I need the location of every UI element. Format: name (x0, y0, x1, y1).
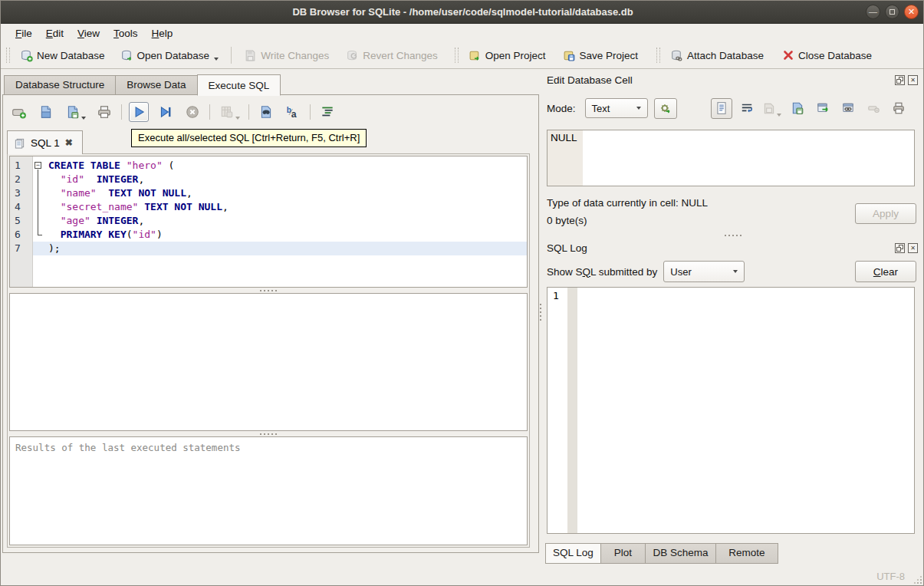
pane-splitter[interactable] (9, 431, 528, 436)
export-results-dropdown-icon[interactable] (235, 117, 240, 120)
open-sql-file-button[interactable] (36, 102, 56, 122)
cell-value-editor[interactable]: NULL (547, 130, 915, 186)
new-database-icon (20, 49, 33, 62)
dock-tab-sql-log[interactable]: SQL Log (545, 543, 600, 564)
results-placeholder: Results of the last executed statements (15, 442, 241, 453)
menu-file[interactable]: File (8, 26, 39, 41)
mode-label: Mode: (547, 103, 576, 114)
fold-collapse-icon[interactable]: − (35, 162, 41, 169)
save-sql-dropdown-icon[interactable] (81, 117, 86, 120)
sql-file-icon (14, 137, 25, 149)
dock-splitter[interactable] (545, 235, 921, 236)
write-changes-button[interactable]: Write Changes (239, 46, 334, 65)
apply-button[interactable]: Apply (855, 203, 916, 224)
float-dock-icon[interactable] (895, 75, 905, 85)
code-line[interactable]: ); (33, 242, 527, 255)
sql-editor-tab[interactable]: SQL 1 ✖ (7, 130, 83, 154)
sql-log-view[interactable]: 1 (547, 287, 915, 534)
print-sql-button[interactable] (94, 102, 114, 122)
app-window: DB Browser for SQLite - /home/user/code/… (0, 0, 924, 586)
set-null-button[interactable] (863, 98, 884, 119)
find-button[interactable] (256, 102, 276, 122)
auto-switch-mode-button[interactable] (654, 98, 677, 119)
minimize-button[interactable]: — (866, 5, 880, 19)
toolbar-grip[interactable] (656, 48, 660, 63)
attach-database-button[interactable]: Attach Database (666, 46, 768, 65)
word-wrap-button[interactable] (736, 98, 758, 119)
menu-help[interactable]: Help (145, 26, 180, 41)
close-tab-icon[interactable]: ✖ (65, 137, 73, 148)
encoding-indicator[interactable]: UTF-8 (876, 571, 905, 582)
close-dock-icon[interactable]: ✕ (908, 75, 918, 85)
results-grid-pane[interactable] (9, 293, 528, 431)
toolbar-grip[interactable] (6, 48, 10, 63)
code-line[interactable]: "id" INTEGER, (33, 173, 527, 186)
export-results-button[interactable] (217, 102, 242, 122)
code-line[interactable]: "name" TEXT NOT NULL, (33, 186, 527, 200)
menu-edit[interactable]: Edit (39, 26, 71, 41)
open-database-button[interactable]: Open Database (116, 46, 224, 65)
tab-browse-data[interactable]: Browse Data (115, 75, 196, 95)
line-number: 6 (10, 228, 32, 242)
sql-toolbar-separator (310, 104, 311, 120)
stop-icon (185, 104, 200, 120)
edit-cell-title: Edit Database Cell (547, 74, 633, 86)
title-bar[interactable]: DB Browser for SQLite - /home/user/code/… (1, 1, 924, 24)
revert-changes-button[interactable]: Revert Changes (341, 46, 442, 65)
mode-select[interactable]: Text (585, 98, 648, 118)
tab-execute-sql[interactable]: Execute SQL (197, 74, 281, 96)
panel-splitter[interactable] (540, 304, 541, 321)
auto-complete-button[interactable]: ba (283, 102, 303, 122)
log-margin (567, 288, 577, 533)
results-message-pane[interactable]: Results of the last executed statements (9, 436, 528, 545)
print-cell-button[interactable] (888, 98, 909, 119)
code-line[interactable]: PRIMARY KEY("id") (33, 228, 527, 242)
code-line[interactable]: CREATE TABLE "hero" ( (33, 159, 527, 173)
new-sql-tab-button[interactable] (9, 102, 29, 122)
code-area[interactable]: − CREATE TABLE "hero" ( "id" INTEGER, "n… (33, 156, 527, 287)
close-dock-icon[interactable]: ✕ (908, 243, 918, 253)
resize-grip[interactable] (920, 582, 922, 584)
toolbar-grip[interactable] (455, 48, 459, 63)
menu-view[interactable]: View (71, 26, 107, 41)
sql-editor[interactable]: 1234567 − CREATE TABLE "hero" ( "id" INT… (9, 156, 528, 288)
close-database-button[interactable]: Close Database (778, 46, 876, 64)
code-line[interactable]: "secret_name" TEXT NOT NULL, (33, 200, 527, 214)
execute-current-line-button[interactable] (156, 102, 176, 122)
execute-all-button[interactable] (129, 102, 149, 122)
copy-link-button[interactable] (837, 98, 859, 119)
code-line[interactable]: "age" INTEGER, (33, 214, 527, 228)
open-database-icon (120, 49, 133, 62)
tab-database-structure[interactable]: Database Structure (4, 75, 115, 95)
float-dock-icon[interactable] (895, 243, 905, 253)
menu-tools[interactable]: Tools (107, 26, 145, 41)
new-database-button[interactable]: New Database (15, 46, 110, 65)
sql-log-dock-header: SQL Log ✕ (547, 242, 921, 254)
stop-button[interactable] (182, 102, 202, 122)
pane-splitter[interactable] (9, 288, 528, 293)
close-button[interactable]: ✕ (904, 5, 919, 19)
maximize-button[interactable] (885, 5, 899, 19)
save-data-button[interactable] (787, 98, 808, 119)
sql-log-filter-select[interactable]: User (663, 261, 745, 282)
fold-margin[interactable]: − (33, 159, 47, 288)
export-cell-button[interactable] (812, 98, 834, 119)
dock-tab-remote[interactable]: Remote (715, 543, 778, 564)
execute-all-icon (131, 104, 146, 120)
format-sql-button[interactable] (317, 102, 337, 122)
dock-tab-db-schema[interactable]: DB Schema (645, 543, 715, 564)
clear-log-button[interactable]: Clear (855, 261, 916, 282)
line-number: 5 (10, 214, 32, 228)
sql-toolbar: ba (9, 99, 337, 125)
save-sql-file-button[interactable] (63, 102, 87, 122)
search-icon (258, 104, 274, 120)
sql-log-filter-row: Show SQL submitted by User Clear (545, 260, 922, 283)
save-project-button[interactable]: Save Project (558, 46, 643, 65)
fold-line-end (38, 235, 42, 235)
text-view-button[interactable] (711, 98, 732, 119)
open-database-dropdown-icon[interactable] (214, 58, 219, 61)
import-data-button[interactable] (761, 98, 783, 119)
edit-cell-dock-header: Edit Database Cell ✕ (547, 74, 921, 86)
dock-tab-plot[interactable]: Plot (600, 543, 645, 564)
open-project-button[interactable]: Open Project (464, 46, 551, 65)
